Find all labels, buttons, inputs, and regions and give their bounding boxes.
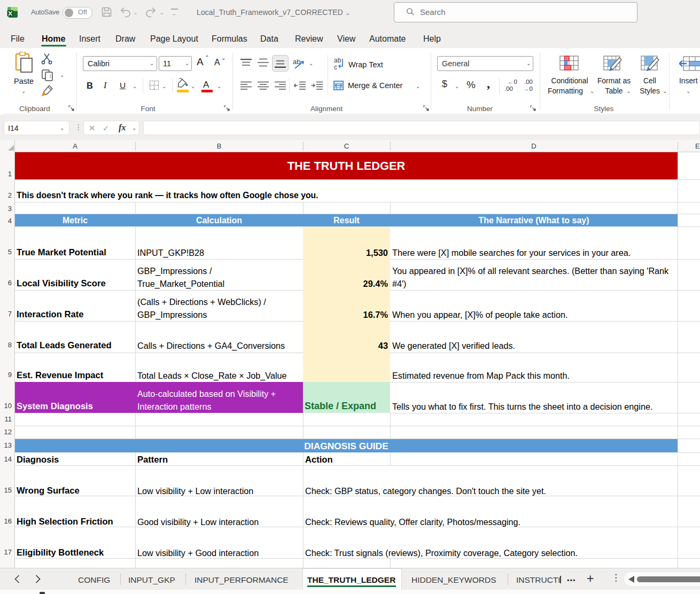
svg-text:c: c xyxy=(334,64,337,71)
